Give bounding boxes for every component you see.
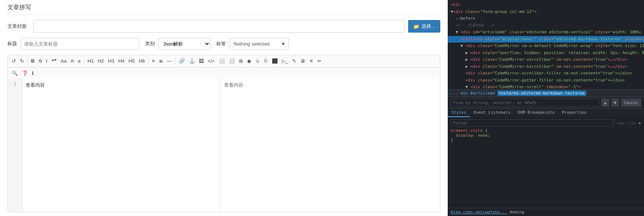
dt-line-codemirror[interactable]: ▼ <div class="CodeMirror cm-s-default Co…	[448, 43, 644, 50]
element-style-end: }	[451, 138, 641, 143]
tab-event-listeners[interactable]: Event Listeners	[470, 109, 514, 117]
dt-line-before[interactable]: ::before	[448, 15, 644, 22]
search-btn[interactable]: 🔍	[10, 69, 20, 78]
page-title: 文章拼写	[7, 4, 440, 15]
link-button[interactable]: 🔗	[177, 57, 187, 66]
styles-add-rule[interactable]: +	[638, 120, 641, 126]
dt-line-hscrollbar[interactable]: ▶ <div class="CodeMirror-hscrollbar" cm-…	[448, 63, 644, 70]
h5-button[interactable]: H5	[127, 57, 137, 66]
bc-div[interactable]: div	[461, 91, 468, 96]
h3-button[interactable]: H3	[106, 57, 116, 66]
devtools-search-next[interactable]: ▼	[611, 99, 619, 107]
info-btn[interactable]: ℹ	[30, 69, 36, 78]
line-number-1: 1	[8, 82, 22, 87]
select-button[interactable]: 📁 选择...	[408, 20, 440, 33]
tag-group: 标签 Nothing selected ▼	[216, 38, 289, 50]
monitor-button[interactable]: 🖥	[298, 57, 307, 66]
tag-label: 标签	[216, 40, 227, 47]
help-btn[interactable]: ❓	[20, 69, 30, 78]
title-group: 标题	[7, 38, 139, 50]
dt-line-vscrollbar[interactable]: ▶ <div class="CodeMirror-vscrollbar" cm-…	[448, 56, 644, 63]
dt-line-textarea[interactable]: <textarea style="display:none;" class="e…	[448, 36, 644, 43]
cover-input[interactable]	[33, 20, 404, 33]
tab-dom-breakpoints[interactable]: DOM Breakpoints	[514, 109, 558, 117]
uppercase2-button[interactable]: A	[69, 57, 76, 66]
ordered-list-button[interactable]: ≣	[157, 57, 165, 66]
bold-button[interactable]: B	[29, 57, 36, 66]
blog-link[interactable]: blog.csdn.net/wefsho...	[451, 210, 507, 215]
meta-row: 标题 类别 Json解析 标签 Nothing selected ▼	[7, 38, 440, 50]
devtools-search-input[interactable]	[451, 99, 599, 107]
close-button[interactable]: ✕	[307, 57, 315, 66]
dt-line-div-articlemd[interactable]: ▼ <div id="articlemd" class="editormd ed…	[448, 29, 644, 36]
anchor-button[interactable]: ⚓	[187, 57, 197, 66]
editor-preview-content: 查看内容	[224, 82, 436, 89]
sep1	[27, 57, 28, 65]
cover-row: 文章封面 📁 选择...	[7, 20, 440, 33]
dt-line-gutter-filler[interactable]: <div class="CodeMirror-gutter-filler cm-…	[448, 77, 644, 84]
nothing-selected-text: Nothing selected	[234, 41, 270, 47]
lowercase-button[interactable]: a	[76, 57, 82, 66]
copyright-button[interactable]: ©	[262, 57, 270, 66]
devtools-search-prev[interactable]: ▲	[601, 99, 609, 107]
category-select[interactable]: Json解析	[159, 38, 210, 50]
quote-button[interactable]: ❝❞	[50, 57, 59, 66]
styles-filter-row: :hov .cls +	[451, 119, 641, 127]
h1-button[interactable]: H1	[86, 57, 96, 66]
strikethrough-button[interactable]: S	[37, 57, 44, 66]
folder-icon: 📁	[413, 24, 419, 29]
cover-label: 文章封面	[7, 23, 30, 30]
bc-articlemd[interactable]: #articlemd	[470, 91, 495, 96]
tab-properties[interactable]: Properties	[558, 109, 590, 117]
sep4	[175, 57, 176, 65]
code-block2-button[interactable]: ⬜	[227, 57, 237, 66]
h6-button[interactable]: H6	[137, 57, 147, 66]
title-input[interactable]	[21, 38, 139, 50]
table-button[interactable]: ⊞	[237, 57, 245, 66]
devtools-search-row: ▲ ▼ Cancel	[448, 97, 644, 108]
hr-button[interactable]: —	[165, 57, 174, 66]
dt-line-h1[interactable]: <h1>	[448, 1, 644, 9]
emoji-button[interactable]: ☺	[253, 57, 262, 66]
styles-cls[interactable]: .cls	[627, 121, 636, 125]
undo-button[interactable]: ↺	[10, 57, 18, 66]
html-button[interactable]: ⬛	[270, 57, 280, 66]
code-block-button[interactable]: ⬜	[217, 57, 227, 66]
pencil-icon-btn[interactable]: ✎	[290, 57, 298, 66]
devtools-panel: <h1> ▼<div class="form-group col-md-12">…	[448, 0, 644, 216]
devtools-tabs: Styles Event Listeners DOM Breakpoints P…	[448, 108, 644, 117]
h2-button[interactable]: H2	[96, 57, 106, 66]
italic-button[interactable]: I	[44, 57, 49, 66]
uppercase-button[interactable]: Aa	[59, 57, 69, 66]
dt-line-comment[interactable]: <!-- 文章内容 -->	[448, 22, 644, 29]
image-button[interactable]: 🖼	[197, 57, 206, 66]
edit-button[interactable]: ✏	[316, 57, 323, 66]
tab-styles[interactable]: Styles	[448, 109, 470, 117]
devtools-html[interactable]: <h1> ▼<div class="form-group col-md-12">…	[448, 0, 644, 89]
styles-filter-input[interactable]	[451, 119, 614, 127]
code-button[interactable]: </>	[206, 57, 217, 66]
element-style-selector: element.style {	[451, 128, 641, 133]
devtools-styles-panel: :hov .cls + element.style { display: non…	[448, 117, 644, 208]
styles-hov[interactable]: :hov	[616, 121, 625, 125]
dt-line-scrollbar-filler[interactable]: <div class="CodeMirror-scrollbar-filler …	[448, 70, 644, 77]
editor-textarea-wrap: 1	[8, 79, 219, 212]
dt-line-div-form[interactable]: ▼<div class="form-group col-md-12">	[448, 9, 644, 16]
title-label: 标题	[7, 40, 18, 47]
devtools-cancel-btn[interactable]: Cancel	[621, 99, 641, 107]
editor-textarea[interactable]	[23, 79, 219, 212]
sep3	[148, 57, 149, 65]
devtools-breadcrumb: ... div #articlemd textarea.editormd-mar…	[448, 89, 644, 97]
tag-select[interactable]: Nothing selected ▼	[230, 38, 289, 50]
preview-button[interactable]: ▷_	[280, 57, 290, 66]
redo-button[interactable]: ↻	[18, 57, 26, 66]
dt-line-overflow[interactable]: ▶ <div style="overflow: hidden; position…	[448, 50, 644, 57]
datetime-button[interactable]: ◉	[245, 57, 253, 66]
dt-line-scroll[interactable]: ▼ <div class="CodeMirror-scroll" tabinde…	[448, 84, 644, 89]
link-suffix: Adding	[510, 210, 524, 215]
bc-dots[interactable]: ...	[451, 91, 458, 96]
category-label: 类别	[145, 40, 156, 47]
h4-button[interactable]: H4	[116, 57, 126, 66]
bc-textarea[interactable]: textarea.editormd-markdown-textarea	[497, 90, 586, 96]
unordered-list-button[interactable]: ≡	[150, 57, 157, 66]
